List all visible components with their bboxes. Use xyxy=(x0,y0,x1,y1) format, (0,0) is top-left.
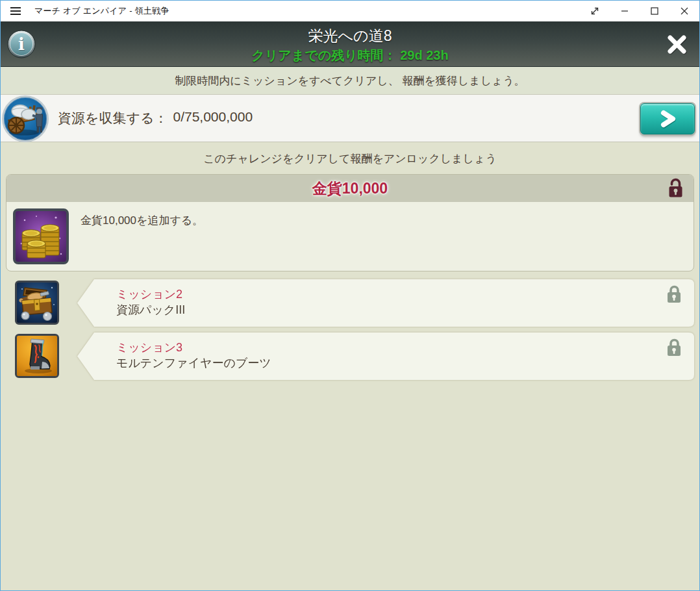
maximize-icon xyxy=(651,7,658,15)
svg-text:i: i xyxy=(18,34,25,54)
window-resize-button[interactable] xyxy=(580,1,610,21)
reward-panel: 金貨10,000 xyxy=(6,174,694,271)
mission-name: 資源パックIII xyxy=(116,302,185,318)
lock-icon xyxy=(666,284,682,307)
reward-title: 金貨10,000 xyxy=(312,179,388,199)
window-close-icon xyxy=(681,7,688,15)
instruction-text: 制限時間内にミッションをすべてクリアし、 報酬を獲得しましょう。 xyxy=(175,73,525,88)
task-text: 資源を収集する： 0/75,000,000 xyxy=(58,109,253,127)
dialog-header: i i 栄光への道8 クリアまでの残り時間： 29d 23h xyxy=(1,21,699,67)
info-icon: i i xyxy=(7,30,36,58)
menu-button[interactable] xyxy=(1,1,31,21)
dialog-timer: クリアまでの残り時間： 29d 23h xyxy=(1,47,699,64)
boots-icon xyxy=(15,334,59,378)
resize-icon xyxy=(590,6,600,16)
mission-card: ミッション3 モルテンファイヤーのブーツ xyxy=(77,333,694,380)
task-progress: 0/75,000,000 xyxy=(173,109,253,127)
reward-body: 金貨10,000を追加する。 xyxy=(6,202,694,271)
mission-text: ミッション3 モルテンファイヤーのブーツ xyxy=(116,340,271,371)
hamburger-icon xyxy=(10,6,21,16)
close-icon xyxy=(666,32,689,56)
mission-text: ミッション2 資源パックIII xyxy=(116,286,185,318)
challenge-task-row: 資源を収集する： 0/75,000,000 xyxy=(1,94,699,142)
go-button[interactable] xyxy=(640,103,695,134)
window-title: マーチ オブ エンパイア - 領土戦争 xyxy=(34,5,169,17)
window-titlebar: マーチ オブ エンパイア - 領土戦争 xyxy=(1,1,699,21)
mission-row: ミッション2 資源パックIII xyxy=(1,279,699,327)
dialog-close-button[interactable] xyxy=(666,32,689,56)
mission-label: ミッション3 xyxy=(116,340,271,355)
reward-header: 金貨10,000 xyxy=(6,175,694,202)
mission-list: ミッション2 資源パックIII xyxy=(1,279,699,380)
gold-coins-icon xyxy=(13,208,69,264)
app-window: マーチ オブ エンパイア - 領土戦争 xyxy=(0,0,700,591)
mission-label: ミッション2 xyxy=(116,286,185,302)
mission-card: ミッション2 資源パックIII xyxy=(77,279,694,327)
supply-cart-icon xyxy=(2,95,49,142)
window-controls xyxy=(580,1,699,21)
challenge-hint: このチャレンジをクリアして報酬をアンロックしましょう xyxy=(1,151,699,164)
resource-chest-icon xyxy=(15,281,59,325)
window-close-button[interactable] xyxy=(669,1,699,21)
dialog-title: 栄光への道8 xyxy=(1,21,699,46)
reward-description: 金貨10,000を追加する。 xyxy=(81,213,203,228)
window-minimize-button[interactable] xyxy=(610,1,640,21)
task-label: 資源を収集する： xyxy=(58,109,168,127)
mission-row: ミッション3 モルテンファイヤーのブーツ xyxy=(1,333,699,380)
instruction-bar: 制限時間内にミッションをすべてクリアし、 報酬を獲得しましょう。 xyxy=(1,67,699,94)
lock-icon xyxy=(666,337,682,360)
minimize-icon xyxy=(621,7,629,15)
unlock-icon xyxy=(667,178,684,203)
window-maximize-button[interactable] xyxy=(640,1,669,21)
info-button[interactable]: i i xyxy=(7,30,36,58)
mission-name: モルテンファイヤーのブーツ xyxy=(116,355,271,371)
chevron-right-icon xyxy=(655,107,681,131)
